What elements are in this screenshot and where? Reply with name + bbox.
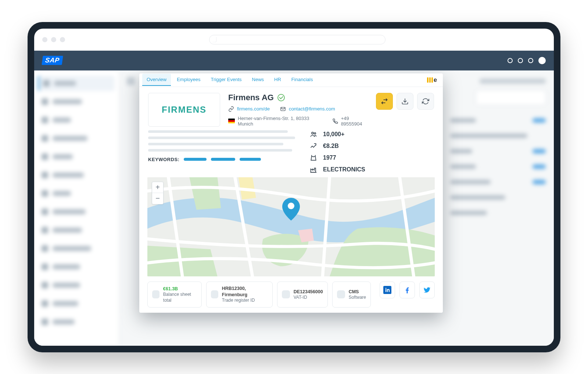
- header-icon-1[interactable]: [508, 58, 513, 63]
- fact-industry: ELECTRONICS: [323, 166, 365, 173]
- zoom-in-button[interactable]: +: [152, 182, 163, 193]
- zoom-out-button[interactable]: −: [152, 193, 163, 204]
- flag-de-icon: [228, 119, 235, 123]
- description-placeholder: KEYWORDS:: [148, 130, 295, 173]
- tab-bar: Overview Employees Trigger Events News H…: [139, 73, 443, 87]
- keyword-pill: [211, 158, 235, 161]
- company-detail-panel: Overview Employees Trigger Events News H…: [139, 73, 443, 313]
- svg-point-1: [312, 132, 313, 134]
- header-icon-2[interactable]: [518, 58, 523, 63]
- sync-button[interactable]: [376, 93, 393, 110]
- employees-icon: [310, 131, 317, 137]
- company-name: Firmens AG: [228, 93, 274, 102]
- link-icon: [228, 106, 234, 112]
- email-icon: [280, 106, 286, 112]
- svg-point-4: [288, 203, 294, 209]
- avatar[interactable]: [538, 57, 546, 64]
- keyword-pill: [184, 158, 207, 161]
- fact-founded: 1977: [323, 155, 336, 161]
- tab-news[interactable]: News: [248, 74, 269, 86]
- location-map[interactable]: + −: [147, 177, 435, 277]
- tab-employees[interactable]: Employees: [172, 74, 205, 86]
- keywords-label: KEYWORDS:: [148, 157, 179, 162]
- company-website[interactable]: firmens.com/de: [237, 106, 270, 112]
- tab-trigger-events[interactable]: Trigger Events: [207, 74, 246, 86]
- twitter-button[interactable]: [419, 282, 435, 298]
- keyword-pill: [240, 158, 261, 161]
- checkbox-icon[interactable]: [282, 290, 290, 298]
- download-button[interactable]: [397, 93, 413, 110]
- company-logo: FIRMENS: [148, 93, 220, 127]
- checkbox-icon[interactable]: [337, 290, 345, 298]
- founded-icon: [310, 155, 317, 161]
- trade-register-card[interactable]: HRB12300, FirmenburgTrade register ID: [206, 282, 273, 307]
- balance-card[interactable]: €61.3BBalance sheet total: [147, 282, 202, 307]
- checkbox-icon[interactable]: [211, 290, 218, 298]
- linkedin-button[interactable]: [380, 282, 395, 298]
- fact-revenue: €8.2B: [323, 143, 339, 149]
- software-card[interactable]: CMSSoftware: [332, 282, 371, 307]
- echobot-logo: e: [427, 77, 437, 83]
- svg-point-2: [314, 132, 316, 134]
- browser-chrome: [34, 29, 554, 51]
- refresh-button[interactable]: [417, 93, 434, 110]
- window-controls[interactable]: [42, 37, 65, 42]
- map-zoom-controls: + −: [152, 182, 164, 204]
- tab-financials[interactable]: Financials: [287, 74, 318, 86]
- company-email[interactable]: contact@firmens.com: [289, 106, 335, 112]
- company-phone: +49 89555904: [341, 116, 368, 127]
- sap-logo: SAP: [42, 56, 63, 65]
- phone-icon: [332, 118, 338, 124]
- revenue-icon: [310, 143, 317, 149]
- fact-employees: 10,000+: [323, 131, 344, 138]
- map-pin-icon: [282, 198, 301, 223]
- industry-icon: [310, 167, 317, 173]
- company-address: Herner-van-Firmens-Str. 1, 80333 Munich: [238, 116, 318, 127]
- checkbox-icon[interactable]: [152, 290, 159, 298]
- header-icon-3[interactable]: [528, 58, 533, 63]
- vat-card[interactable]: DE123456000VAT-ID: [277, 282, 328, 307]
- app-header: SAP: [34, 51, 554, 70]
- verified-icon: [277, 94, 285, 101]
- url-bar[interactable]: [209, 35, 386, 44]
- tab-overview[interactable]: Overview: [142, 74, 171, 86]
- facebook-button[interactable]: [399, 282, 415, 298]
- tab-hr[interactable]: HR: [270, 74, 286, 86]
